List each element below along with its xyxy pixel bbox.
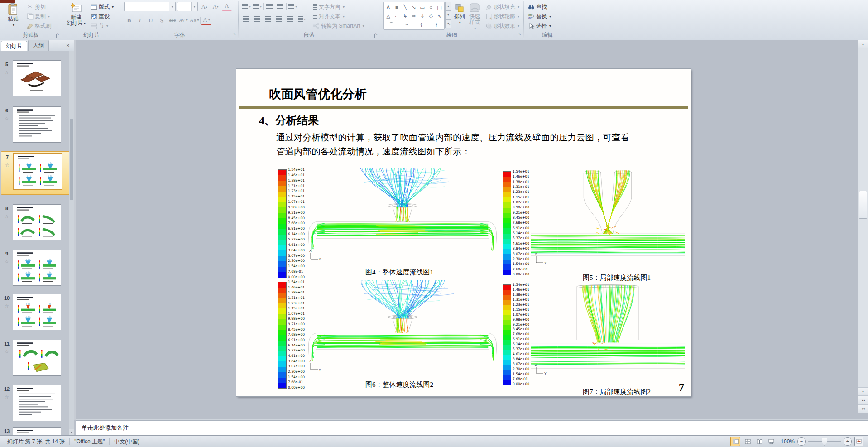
zoom-in-button[interactable] bbox=[844, 437, 852, 446]
quick-styles-button[interactable]: 快速样式 bbox=[467, 2, 482, 31]
bold-button[interactable]: B bbox=[124, 16, 134, 25]
notes-placeholder[interactable]: 单击此处添加备注 bbox=[76, 420, 868, 436]
section-heading[interactable]: 4、分析结果 bbox=[259, 113, 319, 128]
scrollbar-thumb[interactable] bbox=[859, 191, 867, 219]
slide-canvas[interactable]: 吹面风管优化分析 4、分析结果 通过对分析模型的计算，获取了吹面管道内部的速度、… bbox=[236, 69, 691, 396]
section-button[interactable]: 节 bbox=[89, 22, 115, 30]
tab-outline[interactable]: 大纲 bbox=[28, 40, 49, 51]
shapes-gallery[interactable]: A≡╲↘▭○▢△⌐↳⇨⇩◇∿⌒~{} bbox=[383, 2, 445, 30]
line-spacing-button[interactable] bbox=[288, 2, 297, 11]
shape-glyph-icon[interactable]: ⇩ bbox=[418, 12, 427, 19]
slide-sorter-view-button[interactable] bbox=[743, 437, 752, 446]
shape-glyph-icon[interactable]: ⌐ bbox=[393, 12, 401, 19]
clipboard-dialog-launcher[interactable] bbox=[56, 34, 61, 38]
scroll-down-icon[interactable] bbox=[858, 387, 868, 396]
layout-button[interactable]: 版式 bbox=[89, 3, 115, 11]
language-indicator[interactable]: 中文(中国) bbox=[110, 438, 144, 445]
slide-thumbnail[interactable] bbox=[13, 385, 61, 421]
animation-star-icon[interactable] bbox=[4, 69, 10, 76]
shape-glyph-icon[interactable]: ○ bbox=[427, 4, 435, 11]
fit-to-window-button[interactable] bbox=[854, 437, 863, 446]
reading-view-button[interactable] bbox=[755, 437, 764, 446]
align-left-button[interactable] bbox=[241, 14, 251, 24]
columns-button[interactable] bbox=[297, 14, 307, 24]
pane-scroll-down-icon[interactable] bbox=[69, 429, 74, 436]
paragraph-dialog-launcher[interactable] bbox=[374, 34, 379, 38]
find-button[interactable]: 查找 bbox=[527, 3, 568, 11]
justify-button[interactable] bbox=[274, 14, 284, 24]
slide-title[interactable]: 吹面风管优化分析 bbox=[269, 86, 367, 102]
select-button[interactable]: 选择 bbox=[527, 22, 568, 30]
scroll-down-icon[interactable]: ▼ bbox=[445, 10, 451, 19]
scrollbar-track[interactable] bbox=[858, 48, 868, 387]
shape-glyph-icon[interactable]: } bbox=[432, 21, 441, 28]
text-shadow-button[interactable]: S bbox=[157, 16, 167, 25]
paste-button[interactable]: 粘贴 bbox=[3, 2, 24, 30]
decrease-font-button[interactable]: A bbox=[211, 2, 221, 11]
align-center-button[interactable] bbox=[252, 14, 262, 24]
scroll-up-icon[interactable]: ▲ bbox=[445, 2, 451, 10]
pane-scrollbar-thumb[interactable] bbox=[70, 119, 73, 200]
tab-slides[interactable]: 幻灯片 bbox=[1, 41, 27, 51]
figure6-streamline-image[interactable]: ZY bbox=[305, 280, 500, 374]
chevron-down-icon[interactable]: ▼ bbox=[191, 2, 197, 11]
increase-font-button[interactable]: A bbox=[199, 2, 209, 11]
format-painter-button[interactable]: 格式刷 bbox=[25, 22, 53, 30]
next-slide-button[interactable] bbox=[858, 404, 868, 413]
animation-star-icon[interactable] bbox=[4, 162, 11, 168]
figure5-streamline-image[interactable]: XY bbox=[531, 168, 685, 267]
slide-thumbnail-row-13[interactable]: 13 bbox=[1, 426, 69, 436]
copy-button[interactable]: 复制 bbox=[25, 12, 53, 20]
slide-thumbnail[interactable] bbox=[13, 204, 61, 240]
distribute-button[interactable] bbox=[285, 14, 295, 24]
numbering-button[interactable] bbox=[252, 2, 262, 11]
shape-glyph-icon[interactable]: ╲ bbox=[401, 4, 409, 11]
shape-glyph-icon[interactable]: { bbox=[417, 21, 426, 28]
animation-star-icon[interactable] bbox=[4, 348, 10, 355]
shape-glyph-icon[interactable]: ↳ bbox=[401, 12, 409, 19]
cut-button[interactable]: 剪切 bbox=[25, 3, 53, 11]
zoom-level[interactable]: 100% bbox=[778, 438, 795, 445]
pane-scrollbar[interactable] bbox=[69, 51, 74, 436]
chevron-down-icon[interactable]: ▼ bbox=[169, 2, 175, 11]
animation-star-icon[interactable] bbox=[4, 303, 10, 309]
figure4-streamline-image[interactable]: XY bbox=[305, 168, 500, 264]
font-dialog-launcher[interactable] bbox=[233, 34, 237, 38]
slide-thumbnail[interactable] bbox=[13, 250, 61, 286]
slide-thumbnail[interactable] bbox=[13, 60, 61, 96]
change-case-button[interactable]: Aa bbox=[189, 16, 199, 25]
shape-glyph-icon[interactable]: ▢ bbox=[435, 4, 443, 11]
convert-smartart-button[interactable]: 转换为 SmartArt bbox=[312, 22, 366, 30]
shape-glyph-icon[interactable]: ∿ bbox=[435, 12, 443, 19]
bullets-button[interactable] bbox=[241, 2, 251, 11]
shape-glyph-icon[interactable]: △ bbox=[384, 12, 392, 19]
scroll-up-icon[interactable] bbox=[858, 40, 868, 48]
shape-glyph-icon[interactable]: ⇨ bbox=[410, 12, 418, 19]
slide-thumbnail-row-8[interactable]: 8 bbox=[1, 203, 69, 245]
shape-glyph-icon[interactable]: A bbox=[384, 4, 392, 11]
vertical-scrollbar[interactable] bbox=[858, 40, 868, 413]
slide-thumbnail-row-12[interactable]: 12 bbox=[1, 384, 69, 426]
theme-name[interactable]: "Office 主题" bbox=[70, 438, 110, 445]
body-text[interactable]: 通过对分析模型的计算，获取了吹面管道内部的速度、压力流线及壁面的压力云图，可查看… bbox=[276, 130, 652, 159]
slide-thumbnail-row-11[interactable]: 11 bbox=[1, 338, 69, 381]
slide-thumbnail[interactable] bbox=[13, 153, 62, 190]
notes-pane[interactable]: 单击此处添加备注 bbox=[76, 419, 868, 436]
animation-star-icon[interactable] bbox=[4, 115, 10, 122]
shape-glyph-icon[interactable]: ◇ bbox=[427, 12, 435, 19]
arrange-button[interactable]: 排列 bbox=[454, 2, 465, 31]
zoom-out-button[interactable] bbox=[797, 437, 806, 446]
more-shapes-icon[interactable]: ▼̳ bbox=[445, 19, 451, 28]
shape-glyph-icon[interactable]: ≡ bbox=[393, 4, 401, 11]
slide-thumbnail-row-7[interactable]: 7 bbox=[1, 151, 69, 195]
previous-slide-button[interactable] bbox=[858, 396, 868, 404]
strikethrough-button[interactable]: abc bbox=[168, 16, 177, 25]
clear-formatting-button[interactable]: A bbox=[222, 3, 232, 11]
close-icon[interactable] bbox=[65, 43, 71, 49]
shape-glyph-icon[interactable]: ↘ bbox=[410, 4, 418, 11]
decrease-indent-button[interactable] bbox=[264, 2, 274, 11]
font-size-combobox[interactable]: ▼ bbox=[177, 2, 198, 11]
character-spacing-button[interactable]: AV bbox=[178, 16, 188, 25]
pane-splitter[interactable] bbox=[74, 40, 76, 420]
slide-thumbnail[interactable] bbox=[13, 340, 61, 376]
